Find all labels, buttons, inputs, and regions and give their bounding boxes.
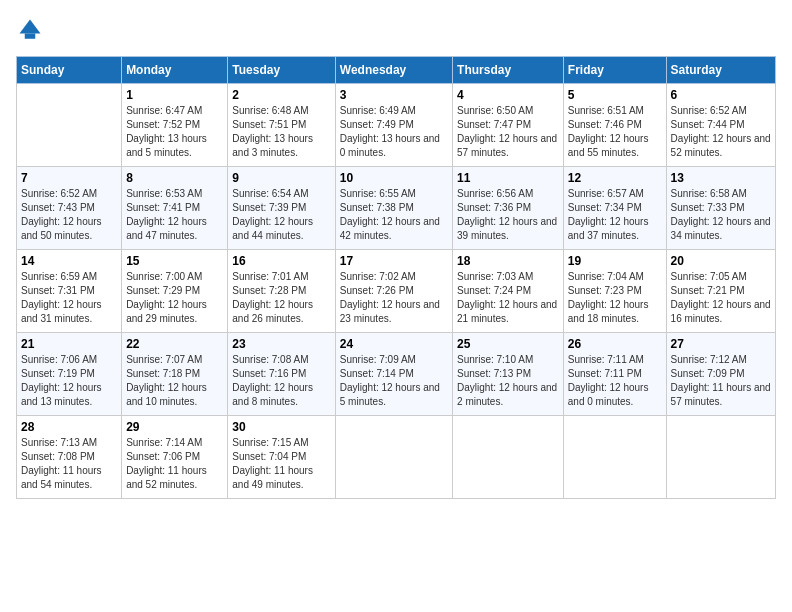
day-header-sunday: Sunday <box>17 57 122 84</box>
day-number: 10 <box>340 171 448 185</box>
day-number: 9 <box>232 171 330 185</box>
day-header-friday: Friday <box>563 57 666 84</box>
day-number: 11 <box>457 171 559 185</box>
day-number: 25 <box>457 337 559 351</box>
calendar-cell: 6Sunrise: 6:52 AMSunset: 7:44 PMDaylight… <box>666 84 775 167</box>
day-number: 24 <box>340 337 448 351</box>
day-number: 16 <box>232 254 330 268</box>
day-info: Sunrise: 7:15 AMSunset: 7:04 PMDaylight:… <box>232 436 330 492</box>
day-info: Sunrise: 6:50 AMSunset: 7:47 PMDaylight:… <box>457 104 559 160</box>
day-number: 21 <box>21 337 117 351</box>
calendar-cell: 15Sunrise: 7:00 AMSunset: 7:29 PMDayligh… <box>122 250 228 333</box>
calendar-cell: 16Sunrise: 7:01 AMSunset: 7:28 PMDayligh… <box>228 250 335 333</box>
day-info: Sunrise: 7:14 AMSunset: 7:06 PMDaylight:… <box>126 436 223 492</box>
week-row-4: 28Sunrise: 7:13 AMSunset: 7:08 PMDayligh… <box>17 416 776 499</box>
logo-icon <box>16 16 44 44</box>
day-number: 22 <box>126 337 223 351</box>
day-info: Sunrise: 6:54 AMSunset: 7:39 PMDaylight:… <box>232 187 330 243</box>
day-number: 4 <box>457 88 559 102</box>
day-number: 19 <box>568 254 662 268</box>
calendar-cell: 28Sunrise: 7:13 AMSunset: 7:08 PMDayligh… <box>17 416 122 499</box>
calendar-cell: 17Sunrise: 7:02 AMSunset: 7:26 PMDayligh… <box>335 250 452 333</box>
day-info: Sunrise: 7:10 AMSunset: 7:13 PMDaylight:… <box>457 353 559 409</box>
calendar-cell: 1Sunrise: 6:47 AMSunset: 7:52 PMDaylight… <box>122 84 228 167</box>
day-info: Sunrise: 7:07 AMSunset: 7:18 PMDaylight:… <box>126 353 223 409</box>
day-number: 12 <box>568 171 662 185</box>
calendar-cell: 26Sunrise: 7:11 AMSunset: 7:11 PMDayligh… <box>563 333 666 416</box>
day-header-saturday: Saturday <box>666 57 775 84</box>
day-info: Sunrise: 6:57 AMSunset: 7:34 PMDaylight:… <box>568 187 662 243</box>
day-info: Sunrise: 7:01 AMSunset: 7:28 PMDaylight:… <box>232 270 330 326</box>
calendar-cell: 21Sunrise: 7:06 AMSunset: 7:19 PMDayligh… <box>17 333 122 416</box>
calendar-cell: 24Sunrise: 7:09 AMSunset: 7:14 PMDayligh… <box>335 333 452 416</box>
calendar-cell: 8Sunrise: 6:53 AMSunset: 7:41 PMDaylight… <box>122 167 228 250</box>
day-header-thursday: Thursday <box>453 57 564 84</box>
day-number: 3 <box>340 88 448 102</box>
calendar-table: SundayMondayTuesdayWednesdayThursdayFrid… <box>16 56 776 499</box>
calendar-cell <box>453 416 564 499</box>
calendar-cell: 3Sunrise: 6:49 AMSunset: 7:49 PMDaylight… <box>335 84 452 167</box>
day-number: 2 <box>232 88 330 102</box>
week-row-2: 14Sunrise: 6:59 AMSunset: 7:31 PMDayligh… <box>17 250 776 333</box>
day-info: Sunrise: 6:49 AMSunset: 7:49 PMDaylight:… <box>340 104 448 160</box>
calendar-cell: 11Sunrise: 6:56 AMSunset: 7:36 PMDayligh… <box>453 167 564 250</box>
day-number: 5 <box>568 88 662 102</box>
day-number: 26 <box>568 337 662 351</box>
day-number: 17 <box>340 254 448 268</box>
day-info: Sunrise: 6:52 AMSunset: 7:43 PMDaylight:… <box>21 187 117 243</box>
day-number: 27 <box>671 337 771 351</box>
day-info: Sunrise: 7:03 AMSunset: 7:24 PMDaylight:… <box>457 270 559 326</box>
calendar-cell: 18Sunrise: 7:03 AMSunset: 7:24 PMDayligh… <box>453 250 564 333</box>
calendar-cell: 2Sunrise: 6:48 AMSunset: 7:51 PMDaylight… <box>228 84 335 167</box>
day-info: Sunrise: 7:05 AMSunset: 7:21 PMDaylight:… <box>671 270 771 326</box>
day-info: Sunrise: 6:52 AMSunset: 7:44 PMDaylight:… <box>671 104 771 160</box>
calendar-cell: 22Sunrise: 7:07 AMSunset: 7:18 PMDayligh… <box>122 333 228 416</box>
day-number: 30 <box>232 420 330 434</box>
day-info: Sunrise: 6:59 AMSunset: 7:31 PMDaylight:… <box>21 270 117 326</box>
day-info: Sunrise: 7:00 AMSunset: 7:29 PMDaylight:… <box>126 270 223 326</box>
calendar-cell: 5Sunrise: 6:51 AMSunset: 7:46 PMDaylight… <box>563 84 666 167</box>
day-number: 14 <box>21 254 117 268</box>
day-number: 8 <box>126 171 223 185</box>
day-info: Sunrise: 6:51 AMSunset: 7:46 PMDaylight:… <box>568 104 662 160</box>
day-info: Sunrise: 7:09 AMSunset: 7:14 PMDaylight:… <box>340 353 448 409</box>
day-info: Sunrise: 7:08 AMSunset: 7:16 PMDaylight:… <box>232 353 330 409</box>
header-row: SundayMondayTuesdayWednesdayThursdayFrid… <box>17 57 776 84</box>
day-header-tuesday: Tuesday <box>228 57 335 84</box>
day-header-monday: Monday <box>122 57 228 84</box>
page-header <box>16 16 776 44</box>
week-row-0: 1Sunrise: 6:47 AMSunset: 7:52 PMDaylight… <box>17 84 776 167</box>
calendar-cell: 27Sunrise: 7:12 AMSunset: 7:09 PMDayligh… <box>666 333 775 416</box>
calendar-cell: 9Sunrise: 6:54 AMSunset: 7:39 PMDaylight… <box>228 167 335 250</box>
logo <box>16 16 48 44</box>
day-number: 23 <box>232 337 330 351</box>
day-number: 7 <box>21 171 117 185</box>
calendar-cell: 30Sunrise: 7:15 AMSunset: 7:04 PMDayligh… <box>228 416 335 499</box>
day-info: Sunrise: 6:53 AMSunset: 7:41 PMDaylight:… <box>126 187 223 243</box>
calendar-cell <box>563 416 666 499</box>
calendar-cell: 12Sunrise: 6:57 AMSunset: 7:34 PMDayligh… <box>563 167 666 250</box>
calendar-cell: 7Sunrise: 6:52 AMSunset: 7:43 PMDaylight… <box>17 167 122 250</box>
svg-marker-0 <box>20 20 41 34</box>
week-row-1: 7Sunrise: 6:52 AMSunset: 7:43 PMDaylight… <box>17 167 776 250</box>
day-info: Sunrise: 6:47 AMSunset: 7:52 PMDaylight:… <box>126 104 223 160</box>
calendar-cell: 10Sunrise: 6:55 AMSunset: 7:38 PMDayligh… <box>335 167 452 250</box>
calendar-cell: 14Sunrise: 6:59 AMSunset: 7:31 PMDayligh… <box>17 250 122 333</box>
calendar-cell <box>335 416 452 499</box>
day-number: 18 <box>457 254 559 268</box>
calendar-cell: 19Sunrise: 7:04 AMSunset: 7:23 PMDayligh… <box>563 250 666 333</box>
calendar-cell: 20Sunrise: 7:05 AMSunset: 7:21 PMDayligh… <box>666 250 775 333</box>
day-info: Sunrise: 6:48 AMSunset: 7:51 PMDaylight:… <box>232 104 330 160</box>
calendar-cell <box>666 416 775 499</box>
calendar-cell: 25Sunrise: 7:10 AMSunset: 7:13 PMDayligh… <box>453 333 564 416</box>
day-info: Sunrise: 6:58 AMSunset: 7:33 PMDaylight:… <box>671 187 771 243</box>
calendar-cell: 13Sunrise: 6:58 AMSunset: 7:33 PMDayligh… <box>666 167 775 250</box>
calendar-cell: 29Sunrise: 7:14 AMSunset: 7:06 PMDayligh… <box>122 416 228 499</box>
calendar-cell: 4Sunrise: 6:50 AMSunset: 7:47 PMDaylight… <box>453 84 564 167</box>
day-number: 28 <box>21 420 117 434</box>
day-number: 13 <box>671 171 771 185</box>
day-number: 1 <box>126 88 223 102</box>
day-header-wednesday: Wednesday <box>335 57 452 84</box>
day-info: Sunrise: 7:06 AMSunset: 7:19 PMDaylight:… <box>21 353 117 409</box>
day-info: Sunrise: 7:04 AMSunset: 7:23 PMDaylight:… <box>568 270 662 326</box>
